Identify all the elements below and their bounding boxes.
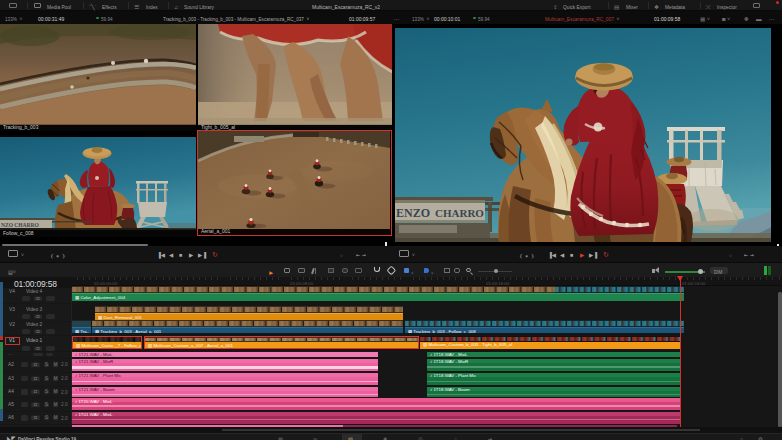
svg-text:CHARRO: CHARRO: [435, 207, 484, 219]
svg-text:NZO CHARRO: NZO CHARRO: [1, 222, 39, 228]
svg-text:ENZO: ENZO: [396, 206, 430, 220]
